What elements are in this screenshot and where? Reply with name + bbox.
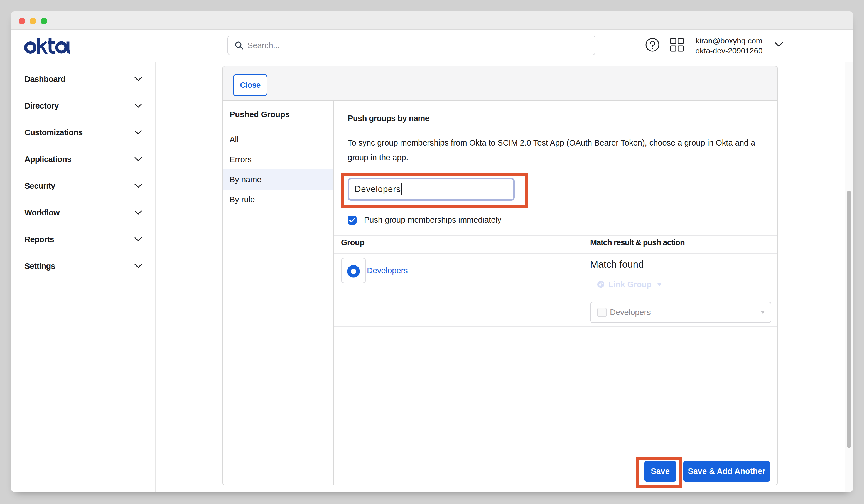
sidebar-item-security[interactable]: Security [11,172,155,199]
account-chevron-down-icon[interactable] [775,42,783,47]
app-group-select[interactable]: Developers [590,302,771,323]
okta-logo [24,38,70,55]
minimize-window-button[interactable] [29,18,36,24]
save-add-another-button[interactable]: Save & Add Another [683,460,770,482]
main-content: Close Pushed Groups All Errors By name B… [156,62,853,492]
group-donut-icon [347,265,360,278]
sidebar-item-customizations[interactable]: Customizations [11,119,155,146]
sidebar-item-directory[interactable]: Directory [11,92,155,119]
section-description: To sync group memberships from Okta to S… [348,135,760,165]
group-name-value: Developers [355,184,401,194]
account-menu[interactable]: kiran@boxyhq.com okta-dev-20901260 [680,36,778,56]
search-icon [235,41,243,50]
column-header-match: Match result & push action [590,238,684,247]
chevron-down-icon [134,211,142,215]
subnav-item-errors[interactable]: Errors [223,149,334,169]
link-group-action[interactable]: Link Group [597,280,662,289]
account-org: okta-dev-20901260 [680,46,778,56]
sidebar-item-settings[interactable]: Settings [11,253,155,279]
chevron-down-icon [134,184,142,188]
push-immediately-label: Push group memberships immediately [364,215,501,225]
app-header: Search... kiran@boxyhq.com okta-dev-2090… [11,30,853,62]
subnav-item-by-rule[interactable]: By rule [223,190,334,209]
footer-divider [334,456,778,456]
chevron-down-icon [134,130,142,135]
group-name-input[interactable]: Developers [348,178,515,201]
browser-window: Search... kiran@boxyhq.com okta-dev-2090… [11,11,853,492]
chevron-down-icon [134,77,142,81]
column-header-group: Group [341,238,365,247]
chevron-down-icon [134,237,142,242]
search-placeholder: Search... [248,41,280,50]
group-avatar [341,258,366,283]
chevron-down-icon [134,157,142,161]
save-button[interactable]: Save [644,460,676,482]
sidebar-item-dashboard[interactable]: Dashboard [11,66,155,92]
help-icon[interactable] [646,38,659,52]
text-caret [401,183,402,195]
table-header-divider [334,253,778,253]
app-group-value: Developers [610,308,761,317]
push-immediately-checkbox[interactable] [348,216,357,225]
select-caret-icon [761,311,765,314]
panel-header: Close [223,66,778,101]
sidebar-nav: Dashboard Directory Customizations Appli… [11,62,156,492]
scrollbar-thumb[interactable] [847,191,851,448]
link-group-label: Link Group [609,280,652,289]
pushed-groups-subnav: Pushed Groups All Errors By name By rule [223,100,334,485]
subnav-item-all[interactable]: All [223,129,334,149]
window-titlebar [11,11,853,30]
sidebar-item-workflow[interactable]: Workflow [11,199,155,226]
close-window-button[interactable] [19,18,25,24]
table-row-divider [334,326,778,327]
section-title: Push groups by name [348,114,429,123]
push-groups-panel: Close Pushed Groups All Errors By name B… [222,66,778,485]
section-divider [334,236,778,236]
chevron-down-icon [134,264,142,268]
match-status: Match found [590,259,644,270]
zoom-window-button[interactable] [41,18,47,24]
group-name-link[interactable]: Developers [367,266,408,275]
chevron-down-icon [134,104,142,108]
link-icon [597,281,604,288]
global-search[interactable]: Search... [227,36,596,55]
account-email: kiran@boxyhq.com [680,36,778,46]
sidebar-item-reports[interactable]: Reports [11,226,155,253]
close-button[interactable]: Close [233,74,267,96]
checkmark-icon [349,218,355,223]
link-group-caret-icon [657,283,662,286]
subnav-item-by-name[interactable]: By name [223,169,334,190]
subnav-title: Pushed Groups [230,110,334,119]
app-group-icon [597,308,607,317]
sidebar-item-applications[interactable]: Applications [11,146,155,172]
